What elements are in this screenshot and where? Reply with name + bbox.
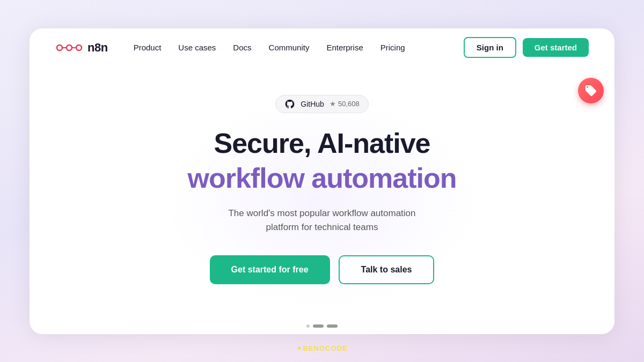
- github-icon: [284, 99, 295, 109]
- hint-dot-3: [327, 324, 338, 328]
- nav-product[interactable]: Product: [134, 43, 162, 52]
- hint-dot-2: [313, 324, 324, 328]
- tag-icon: [584, 84, 597, 97]
- star-icon: ★: [330, 100, 336, 108]
- footer-brand: ✦BENOCODE: [296, 344, 347, 352]
- scroll-hint: [30, 324, 614, 328]
- github-stars-count: 50,608: [338, 100, 360, 108]
- hero-section: GitHub ★ 50,608 Secure, AI-native workfl…: [30, 67, 614, 334]
- nav-pricing[interactable]: Pricing: [380, 43, 405, 52]
- nav-enterprise[interactable]: Enterprise: [326, 43, 363, 52]
- hero-title-line2: workflow automation: [188, 163, 457, 194]
- hero-cta: Get started for free Talk to sales: [210, 255, 435, 284]
- github-stars: ★ 50,608: [330, 100, 360, 108]
- logo[interactable]: n8n: [55, 40, 108, 55]
- promo-badge: [578, 78, 604, 104]
- hero-title-line1: Secure, AI-native: [214, 128, 430, 159]
- footer-brand-text: ✦BENOCODE: [296, 344, 347, 352]
- nav-links: Product Use cases Docs Community Enterpr…: [134, 43, 464, 52]
- nav-docs[interactable]: Docs: [233, 43, 251, 52]
- getstarted-nav-button[interactable]: Get started: [523, 38, 589, 57]
- svg-point-2: [76, 45, 82, 50]
- signin-button[interactable]: Sign in: [464, 37, 516, 58]
- nav-use-cases[interactable]: Use cases: [178, 43, 216, 52]
- navbar: n8n Product Use cases Docs Community Ent…: [30, 28, 614, 67]
- svg-point-1: [67, 45, 72, 50]
- nav-actions: Sign in Get started: [464, 37, 589, 58]
- brand-name: n8n: [87, 41, 108, 55]
- hero-subtitle: The world's most popular workflow automa…: [220, 206, 424, 234]
- hint-dot-1: [306, 324, 310, 328]
- github-badge[interactable]: GitHub ★ 50,608: [275, 95, 368, 113]
- github-label: GitHub: [301, 100, 324, 108]
- get-started-free-button[interactable]: Get started for free: [210, 255, 330, 284]
- nav-community[interactable]: Community: [269, 43, 310, 52]
- svg-point-0: [57, 45, 62, 50]
- logo-icon: [55, 40, 83, 55]
- talk-to-sales-button[interactable]: Talk to sales: [339, 255, 435, 284]
- main-card: n8n Product Use cases Docs Community Ent…: [30, 28, 614, 334]
